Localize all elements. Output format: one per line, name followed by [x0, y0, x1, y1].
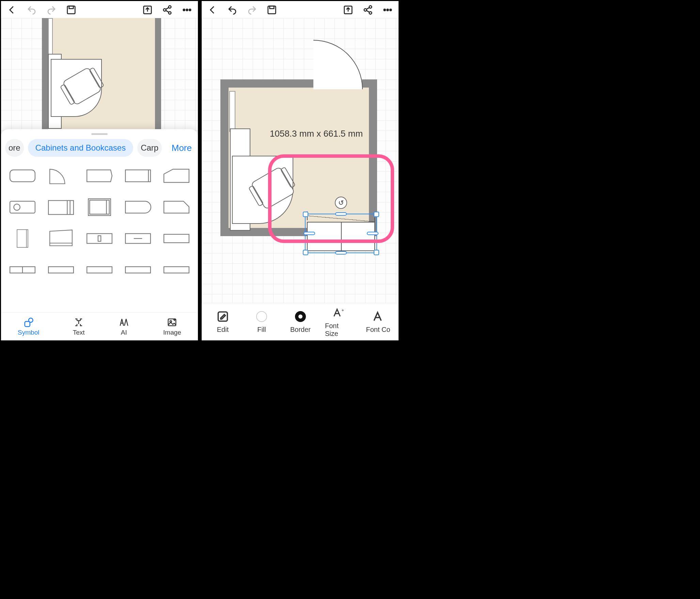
- cabinet-symbol-4[interactable]: [121, 164, 155, 188]
- chip-cabinets[interactable]: Cabinets and Bookcases: [28, 139, 134, 157]
- resize-handle[interactable]: [335, 251, 347, 255]
- undo-icon[interactable]: [227, 4, 238, 15]
- window-symbol: [48, 18, 53, 56]
- cabinet-symbol-5[interactable]: [159, 164, 193, 188]
- more-icon[interactable]: [382, 4, 393, 15]
- cabinet-symbol-15[interactable]: [159, 226, 193, 251]
- svg-point-7: [186, 9, 188, 11]
- dimension-label: 1058.3 mm x 661.5 mm: [270, 128, 363, 139]
- svg-point-50: [390, 9, 391, 11]
- border-button[interactable]: Border: [286, 310, 315, 334]
- cabinet-symbol-18[interactable]: [83, 258, 116, 282]
- svg-point-3: [169, 6, 171, 9]
- cabinet-symbol-7[interactable]: [44, 195, 78, 219]
- cabinet-symbol-8[interactable]: [83, 195, 116, 219]
- cabinet-symbol-3[interactable]: [83, 164, 116, 188]
- edit-label: Edit: [217, 326, 229, 334]
- font-color-button[interactable]: Font Co: [364, 310, 392, 334]
- cabinet-symbol-16[interactable]: [6, 258, 40, 282]
- app-screen-selection: ↺ 1058.3 mm x 661.5 mm Edit: [201, 0, 400, 341]
- svg-rect-38: [25, 321, 30, 326]
- svg-point-4: [164, 9, 166, 11]
- top-toolbar: [202, 1, 399, 18]
- svg-point-8: [189, 9, 191, 11]
- tab-ai[interactable]: AI: [118, 317, 130, 336]
- cabinet-symbol-2[interactable]: [44, 164, 78, 188]
- svg-point-48: [384, 9, 386, 11]
- cabinet-symbol-13[interactable]: [83, 226, 116, 251]
- tab-text[interactable]: Text: [73, 317, 85, 336]
- svg-point-46: [364, 9, 367, 11]
- top-toolbar: [1, 1, 198, 18]
- font-size-label: Font Size: [325, 322, 354, 338]
- chip-prev[interactable]: ore: [5, 139, 24, 157]
- window-symbol: [229, 91, 235, 132]
- chips-more[interactable]: More: [172, 143, 194, 153]
- svg-rect-9: [10, 170, 35, 182]
- drawer-handle[interactable]: [91, 133, 108, 135]
- floorplan-canvas[interactable]: ↺ 1058.3 mm x 661.5 mm: [202, 18, 399, 318]
- cabinet-symbol-10[interactable]: [159, 195, 193, 219]
- edit-button[interactable]: Edit: [208, 310, 237, 334]
- svg-rect-35: [87, 267, 112, 273]
- redo-icon[interactable]: [247, 4, 258, 15]
- svg-rect-37: [164, 267, 189, 273]
- floorplan-canvas[interactable]: [1, 18, 198, 134]
- cabinet-symbol-20[interactable]: [159, 258, 193, 282]
- cabinet-symbol-9[interactable]: [121, 195, 155, 219]
- cabinet-symbol-1[interactable]: [6, 164, 40, 188]
- svg-point-15: [14, 204, 20, 210]
- svg-rect-34: [48, 267, 74, 273]
- edit-toolbar: Edit Fill Border + Font Size Font Co: [202, 303, 399, 340]
- share-icon[interactable]: [362, 4, 373, 15]
- svg-marker-13: [164, 169, 189, 183]
- tab-symbol-label: Symbol: [18, 329, 39, 336]
- svg-rect-28: [98, 236, 101, 241]
- border-label: Border: [290, 326, 311, 334]
- svg-rect-0: [67, 6, 75, 14]
- font-color-label: Font Co: [366, 326, 390, 334]
- svg-rect-36: [125, 267, 151, 273]
- cabinet-symbol-19[interactable]: [121, 258, 155, 282]
- undo-icon[interactable]: [26, 4, 37, 15]
- door-swing-icon: [313, 40, 363, 89]
- resize-handle[interactable]: [374, 250, 379, 255]
- svg-point-39: [29, 318, 33, 322]
- save-icon[interactable]: [66, 4, 77, 15]
- app-screen-symbol-drawer: ore Cabinets and Bookcases Carp More: [0, 0, 199, 341]
- chip-next[interactable]: Carp: [137, 139, 162, 157]
- svg-point-45: [369, 6, 372, 9]
- save-icon[interactable]: [266, 4, 277, 15]
- bottom-tabbar: Symbol Text AI Image: [1, 312, 198, 340]
- fill-button[interactable]: Fill: [247, 310, 276, 334]
- more-icon[interactable]: [182, 4, 192, 15]
- fill-label: Fill: [257, 326, 266, 334]
- cabinet-symbol-12[interactable]: [44, 226, 78, 251]
- resize-handle[interactable]: [303, 250, 308, 255]
- svg-marker-22: [164, 201, 189, 213]
- share-icon[interactable]: [162, 4, 173, 15]
- svg-point-49: [387, 9, 389, 11]
- export-icon[interactable]: [343, 4, 354, 15]
- cabinet-symbol-17[interactable]: [44, 258, 78, 282]
- font-size-button[interactable]: + Font Size: [325, 306, 354, 338]
- symbol-drawer[interactable]: ore Cabinets and Bookcases Carp More: [1, 129, 198, 312]
- back-icon[interactable]: [6, 4, 17, 15]
- svg-text:+: +: [341, 308, 344, 313]
- cabinet-symbol-14[interactable]: [121, 226, 155, 251]
- svg-rect-31: [164, 234, 189, 243]
- tab-symbol[interactable]: Symbol: [18, 317, 39, 336]
- svg-rect-42: [268, 6, 276, 14]
- export-icon[interactable]: [142, 4, 153, 15]
- cabinet-symbol-11[interactable]: [6, 226, 40, 251]
- redo-icon[interactable]: [46, 4, 57, 15]
- svg-marker-10: [87, 170, 112, 182]
- svg-point-5: [169, 12, 171, 14]
- svg-rect-43: [270, 6, 274, 9]
- tab-image[interactable]: Image: [163, 317, 181, 336]
- annotation-highlight: [268, 154, 394, 243]
- cabinet-symbol-6[interactable]: [6, 195, 40, 219]
- svg-point-47: [369, 12, 372, 14]
- back-icon[interactable]: [207, 4, 218, 15]
- symbol-grid: [3, 162, 196, 284]
